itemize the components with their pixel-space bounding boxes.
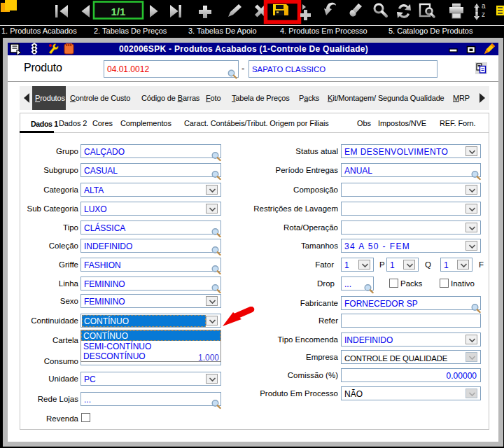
svg-text:1/1: 1/1 xyxy=(111,6,126,18)
svg-text:z: z xyxy=(482,10,485,18)
svg-text:a: a xyxy=(482,2,486,10)
